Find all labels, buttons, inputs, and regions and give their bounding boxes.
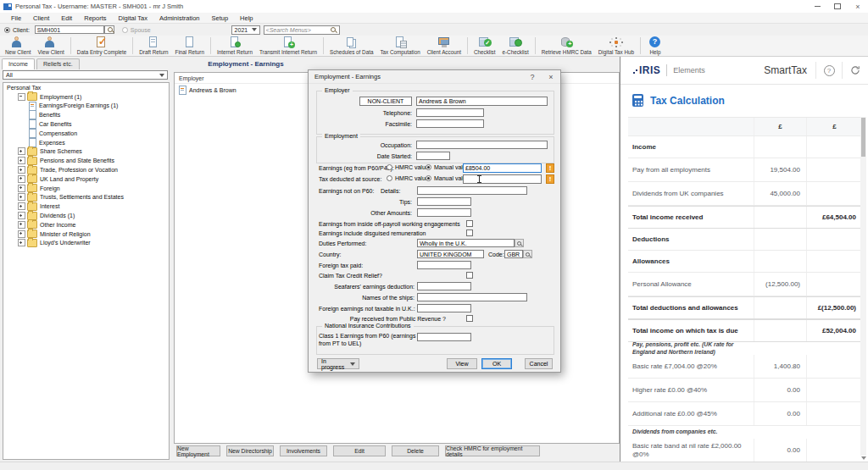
tree-item-pensions-and-state-benefits[interactable]: Pensions and State Benefits <box>3 156 169 165</box>
toolbar-checklist-button[interactable]: Checklist <box>470 36 499 56</box>
smarttax-help-button[interactable]: ? <box>815 62 842 79</box>
client-code-field[interactable]: SMH001 <box>35 25 104 34</box>
tree-item-foreign[interactable]: Foreign <box>3 184 169 193</box>
tree-item-dividends-1[interactable]: Dividends (1) <box>3 211 169 220</box>
toolbar-client-account-button[interactable]: Client Account <box>424 36 465 56</box>
class1-input[interactable] <box>417 333 471 341</box>
expand-icon[interactable] <box>18 230 25 238</box>
occupation-input[interactable] <box>416 141 548 149</box>
public-revenue-checkbox[interactable] <box>466 315 473 322</box>
search-menus-input[interactable] <box>266 27 331 33</box>
edit-button[interactable]: Edit <box>333 445 386 456</box>
earnings-hmrc-radio[interactable]: HMRC value <box>387 164 429 170</box>
off-payroll-checkbox[interactable] <box>466 220 473 227</box>
foreign-tax-input[interactable] <box>417 261 471 269</box>
menu-help[interactable]: Help <box>234 14 259 22</box>
scrollbar-track[interactable] <box>860 117 866 456</box>
expand-icon[interactable] <box>18 202 25 210</box>
tree-item-share-schemes[interactable]: Share Schemes <box>3 147 169 157</box>
tab-income[interactable]: Income <box>2 58 35 69</box>
menu-administration[interactable]: Administration <box>153 14 206 22</box>
tree-item-other-income[interactable]: Other Income <box>3 220 169 229</box>
earnings-alert-icon[interactable]: ! <box>546 163 554 173</box>
other-amounts-input[interactable] <box>417 208 471 217</box>
toolbar-internet-return-button[interactable]: Internet Return <box>214 36 256 56</box>
involvements-button[interactable]: Involvements <box>280 445 327 456</box>
toolbar-schedules-of-data-button[interactable]: Schedules of Data <box>326 36 376 56</box>
status-dropdown[interactable]: In progress <box>317 358 359 369</box>
expand-icon[interactable] <box>18 157 25 164</box>
tree-item-personal-tax[interactable]: Personal Tax <box>3 83 169 92</box>
view-button[interactable]: View <box>447 358 477 369</box>
menu-reports[interactable]: Reports <box>78 14 112 22</box>
cancel-button[interactable]: Cancel <box>525 358 553 369</box>
tree-item-minister-of-religion[interactable]: Minister of Religion <box>3 229 169 239</box>
maximize-icon[interactable] <box>827 0 848 13</box>
dialog-help-icon[interactable]: ? <box>523 70 542 83</box>
toolbar-help-button[interactable]: Help <box>643 36 667 56</box>
dialog-close-icon[interactable]: × <box>542 70 560 83</box>
tax-year-select[interactable]: 2021 <box>231 25 260 35</box>
expand-icon[interactable] <box>18 175 25 183</box>
search-menus-input-wrap[interactable] <box>264 25 340 35</box>
tree-item-employment-1[interactable]: Employment (1) <box>3 92 169 102</box>
client-search-button[interactable] <box>104 25 114 34</box>
tips-input[interactable] <box>417 197 471 206</box>
toolbar-transmit-internet-return-button[interactable]: Transmit Internet Return <box>256 36 320 56</box>
new-directorship-button[interactable]: New Directorship <box>226 445 274 456</box>
expand-icon[interactable] <box>18 166 25 174</box>
ok-button[interactable]: OK <box>481 358 512 369</box>
smarttax-refresh-button[interactable] <box>842 62 868 79</box>
ships-input[interactable] <box>417 293 527 301</box>
spouse-radio[interactable] <box>122 27 128 33</box>
expand-icon[interactable] <box>18 147 25 155</box>
tree-item-earnings-foreign-earnings-1[interactable]: Earnings/Foreign Earnings (1) <box>3 102 169 111</box>
duties-select[interactable]: Wholly in the U.K. <box>417 239 515 247</box>
expand-icon[interactable] <box>18 193 25 201</box>
duties-lookup-button[interactable] <box>515 239 524 247</box>
collapse-icon[interactable] <box>18 93 25 101</box>
check-hmrc-for-employment-details-button[interactable]: Check HMRC for employment details <box>445 445 540 456</box>
tree-item-expenses[interactable]: Expenses <box>3 138 169 147</box>
earnings-manual-input[interactable]: £8504.00 <box>463 163 542 173</box>
tree-item-lloyd-s-underwriter[interactable]: Lloyd's Underwriter <box>3 239 169 248</box>
facsimile-input[interactable] <box>416 119 484 128</box>
tree-item-compensation[interactable]: Compensation <box>3 129 169 138</box>
tab-reliefs[interactable]: Reliefs etc. <box>36 58 80 69</box>
menu-digital-tax[interactable]: Digital Tax <box>112 14 153 22</box>
minimize-icon[interactable] <box>807 0 827 13</box>
toolbar-retrieve-hmrc-data-button[interactable]: Retrieve HMRC Data <box>538 36 595 56</box>
toolbar-final-return-button[interactable]: Final Return <box>172 36 208 56</box>
telephone-input[interactable] <box>416 108 484 117</box>
tax-hmrc-radio[interactable]: HMRC value <box>387 175 429 181</box>
expand-icon[interactable] <box>18 239 25 246</box>
tax-credit-checkbox[interactable] <box>466 272 473 279</box>
delete-button[interactable]: Delete <box>392 445 439 456</box>
tax-alert-icon[interactable]: ! <box>546 174 554 184</box>
menu-edit[interactable]: Edit <box>55 14 78 22</box>
toolbar-data-entry-complete-button[interactable]: Data Entry Complete <box>74 36 130 56</box>
seafarers-input[interactable] <box>417 282 471 290</box>
code-input[interactable]: GBR <box>504 250 523 258</box>
close-icon[interactable]: × <box>848 0 868 13</box>
tax-manual-input[interactable] <box>463 174 542 184</box>
scrollbar-thumb[interactable] <box>861 118 865 157</box>
employer-name-input[interactable]: Andrews & Brown <box>416 97 548 106</box>
menu-client[interactable]: Client <box>27 14 55 22</box>
code-lookup-button[interactable] <box>523 250 532 258</box>
scroll-down-arrow-icon[interactable] <box>861 456 866 460</box>
non-client-box[interactable]: NON-CLIENT <box>359 97 412 106</box>
date-started-input[interactable] <box>416 152 450 160</box>
country-input[interactable]: UNITED KINGDOM <box>417 250 484 258</box>
toolbar-tax-computation-button[interactable]: Tax Computation <box>376 36 423 56</box>
tree-item-trade-profession-or-vocation[interactable]: Trade, Profession or Vocation <box>3 165 169 174</box>
toolbar-e-checklist-button[interactable]: e-Checklist <box>498 36 531 56</box>
toolbar-new-client-button[interactable]: New Client <box>2 36 34 56</box>
tree-item-trusts-settlements-and-estates[interactable]: Trusts, Settlements and Estates <box>3 193 169 202</box>
tree-item-benefits[interactable]: Benefits <box>3 110 169 119</box>
details-input[interactable] <box>417 186 527 195</box>
tree-item-interest[interactable]: Interest <box>3 202 169 211</box>
new-employment-button[interactable]: New Employment <box>176 445 220 456</box>
expand-icon[interactable] <box>18 185 25 192</box>
toolbar-digital-tax-hub-button[interactable]: Digital Tax Hub <box>595 36 637 56</box>
